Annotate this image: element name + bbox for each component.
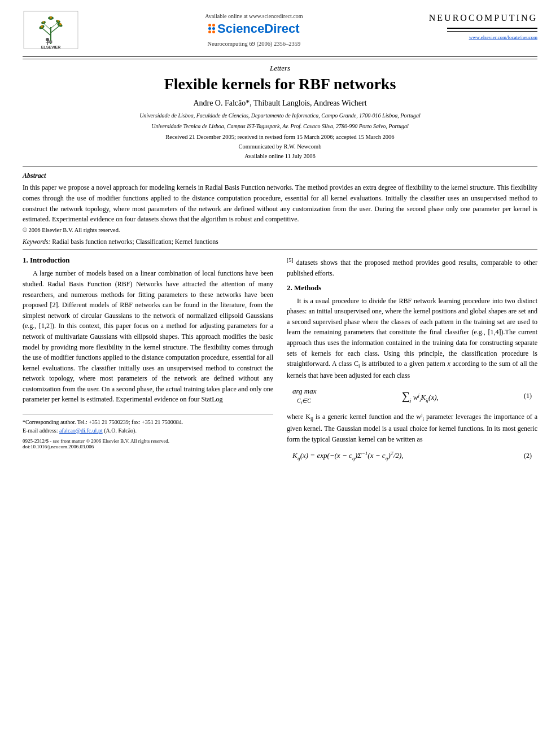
eq1-subscript: Ci∈C: [297, 397, 311, 404]
introduction-heading: 1. Introduction: [23, 256, 273, 265]
ref-5: [5]: [287, 257, 294, 263]
eq1-argmax: arg max: [292, 387, 317, 395]
footnote-email[interactable]: afalcao@di.fc.ul.pt: [59, 427, 103, 434]
available-online-text: Available online at www.sciencedirect.co…: [205, 13, 303, 19]
sd-dot-4: [212, 27, 215, 30]
sd-dot-6: [212, 30, 215, 33]
paper-title: Flexible kernels for RBF networks: [23, 75, 537, 93]
sd-dot-5: [208, 30, 211, 33]
sciencedirect-logo: ScienceDirect: [208, 21, 300, 36]
eq1-body: wjiKij(x),: [413, 393, 439, 401]
equation-2-content: Kij(x) = exp(−(x − cij)Σ−1(x − cij)T/2),: [292, 451, 404, 461]
equation-1-sum: ∑j wjiKij(x),: [402, 390, 439, 403]
section-label: Letters: [23, 64, 537, 73]
section-divider-1: [23, 167, 537, 167]
footnote-area: *Corresponding author. Tel.: +351 21 750…: [23, 414, 273, 435]
intro-text: A large number of models based on a line…: [23, 268, 273, 405]
header-center: Available online at www.sciencedirect.co…: [79, 10, 429, 47]
intro-right-para: [5] datasets shows that the proposed met…: [287, 256, 537, 278]
equation-2: Kij(x) = exp(−(x − cij)Σ−1(x − cij)T/2),…: [287, 451, 537, 461]
intro-right-text: [5] datasets shows that the proposed met…: [287, 256, 537, 278]
svg-point-12: [59, 23, 62, 25]
methods-heading: 2. Methods: [287, 283, 537, 292]
neurocomputing-title: NEUROCOMPUTING: [429, 13, 537, 23]
section-divider-2: [23, 250, 537, 250]
svg-line-5: [51, 23, 58, 28]
svg-line-2: [42, 28, 51, 36]
eq1-sum-sub: j: [410, 397, 412, 403]
intro-para-1: A large number of models based on a line…: [23, 268, 273, 405]
journal-vol: Neurocomputing 69 (2006) 2356–2359: [207, 41, 300, 47]
keywords-values: Radial basis function networks; Classifi…: [52, 238, 218, 245]
equation-1: arg max Ci∈C ∑j wjiKij(x), (1): [287, 387, 537, 405]
two-column-layout: 1. Introduction A large number of models…: [23, 256, 537, 466]
footnote-star: *Corresponding author. Tel.: +351 21 750…: [23, 419, 183, 425]
received-dates: Received 21 December 2005; received in r…: [165, 134, 394, 140]
footnote-email-label: E-mail address:: [23, 427, 58, 434]
methods-p2: where Kij is a generic kernel function a…: [287, 411, 537, 445]
issn-text: 0925-2312/$ - see front matter © 2006 El…: [23, 438, 273, 444]
svg-line-4: [44, 24, 51, 30]
sd-dot-3: [208, 27, 211, 30]
svg-point-13: [43, 21, 45, 23]
communicated-by: Communicated by R.W. Newcomb: [239, 143, 322, 150]
header-line-thin: [447, 31, 537, 32]
footnote-email-line: E-mail address: afalcao@di.fc.ul.pt (A.O…: [23, 426, 273, 435]
footnote-author-name: (A.O. Falcão).: [104, 427, 137, 434]
equation-2-number: (2): [524, 452, 532, 460]
page: ELSEVIER Available online at www.science…: [0, 0, 560, 747]
svg-point-14: [58, 20, 59, 22]
keywords: Keywords: Radial basis function networks…: [23, 238, 537, 245]
affiliation-1: Universidade de Lisboa, Faculdade de Cie…: [23, 111, 537, 120]
left-column: 1. Introduction A large number of models…: [23, 256, 273, 466]
equation-1-content: arg max Ci∈C: [292, 387, 317, 405]
paper-body: Letters Flexible kernels for RBF network…: [0, 64, 560, 466]
abstract-title: Abstract: [23, 172, 537, 180]
eq1-sigma: ∑: [402, 390, 410, 402]
main-divider-thick: [23, 56, 537, 57]
footnote-star-line: *Corresponding author. Tel.: +351 21 750…: [23, 418, 273, 426]
svg-rect-19: [49, 41, 52, 43]
sd-dot-2: [212, 24, 215, 27]
right-column: [5] datasets shows that the proposed met…: [287, 256, 537, 466]
sd-dot-1: [208, 24, 211, 27]
copyright-abstract: © 2006 Elsevier B.V. All rights reserved…: [23, 227, 120, 233]
main-divider-thin: [23, 59, 537, 59]
elsevier-logo: ELSEVIER: [23, 10, 79, 50]
methods-text: It is a usual procedure to divide the RB…: [287, 296, 537, 381]
svg-point-15: [50, 16, 52, 19]
svg-text:ELSEVIER: ELSEVIER: [41, 45, 61, 49]
available-online-date: Available online 11 July 2006: [244, 153, 315, 159]
header: ELSEVIER Available online at www.science…: [0, 0, 560, 50]
header-line-thick: [447, 28, 537, 29]
doi-text: doi:10.1016/j.neucom.2006.03.006: [23, 444, 273, 449]
keywords-label: Keywords:: [23, 238, 50, 245]
abstract-section: Abstract In this paper we propose a nove…: [23, 172, 537, 245]
header-right: NEUROCOMPUTING www.elsevier.com/locate/n…: [429, 10, 537, 40]
abstract-text: In this paper we propose a novel approac…: [23, 182, 537, 235]
sciencedirect-label: ScienceDirect: [217, 21, 300, 36]
eq2-body: Kij(x) = exp(−(x − cij)Σ−1(x − cij)T/2),: [292, 451, 404, 460]
journal-url[interactable]: www.elsevier.com/locate/neucom: [469, 34, 537, 40]
methods-para-2: where Kij is a generic kernel function a…: [287, 411, 537, 445]
methods-para-1: It is a usual procedure to divide the RB…: [287, 296, 537, 381]
received-info: Received 21 December 2005; received in r…: [23, 133, 537, 161]
svg-point-11: [41, 25, 43, 28]
authors: Andre O. Falcão*, Thibault Langlois, And…: [23, 99, 537, 108]
sd-dots: [208, 24, 215, 34]
issn-line: 0925-2312/$ - see front matter © 2006 El…: [23, 438, 273, 449]
affiliation-2: Universidade Tecnica de Lisboa, Campus I…: [23, 122, 537, 130]
equation-1-number: (1): [524, 392, 532, 400]
